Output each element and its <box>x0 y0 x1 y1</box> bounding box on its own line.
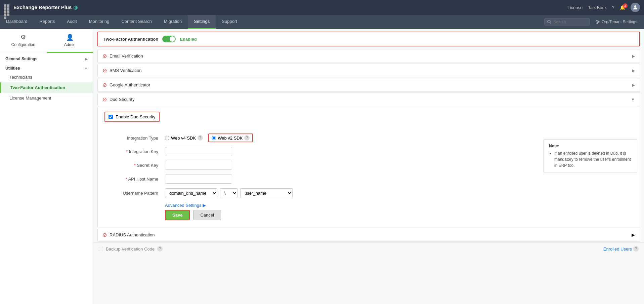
email-verification-row[interactable]: ⊘ Email Verification ▶ <box>97 49 640 63</box>
radius-left: ⊘ RADIUS Authentication <box>102 232 155 238</box>
api-host-row: API Host Name <box>104 175 407 184</box>
general-settings-label: General Settings <box>5 56 37 61</box>
general-settings-arrow: ▶ <box>85 57 88 61</box>
tfa-toggle[interactable] <box>162 36 176 42</box>
two-factor-label: Two-Factor Authentication <box>10 85 65 90</box>
sidebar-item-license[interactable]: License Management <box>0 93 93 103</box>
radius-expand-icon: ▶ <box>632 232 635 237</box>
secret-key-input[interactable] <box>165 161 232 170</box>
gear-icon: ⚙ <box>20 34 26 41</box>
sms-verification-row[interactable]: ⊘ SMS Verification ▶ <box>97 64 640 77</box>
sidebar-tab-configuration[interactable]: ⚙ Configuration <box>0 29 47 53</box>
user-avatar[interactable] <box>631 3 640 12</box>
web-v4-option[interactable]: Web v4 SDK ? <box>165 135 203 141</box>
svg-line-2 <box>550 23 551 24</box>
utilities-arrow: ▼ <box>84 67 88 70</box>
nav-migration[interactable]: Migration <box>158 15 188 29</box>
nav-content-search[interactable]: Content Search <box>115 15 158 29</box>
web-v4-radio[interactable] <box>165 136 169 140</box>
content-wrapper: Two-Factor Authentication Enabled ⊘ Emai… <box>93 32 644 255</box>
email-verification-label: Email Verification <box>110 53 143 59</box>
nav-audit[interactable]: Audit <box>61 15 83 29</box>
enable-duo-checkbox[interactable] <box>109 115 113 119</box>
integration-type-row: Integration Type Web v4 SDK ? Web v2 SD <box>104 134 407 142</box>
duo-security-row[interactable]: ⊘ Duo Security ▼ <box>97 92 640 106</box>
web-v2-help-icon[interactable]: ? <box>244 135 250 141</box>
sidebar-utilities-header[interactable]: Utilities ▼ <box>0 63 93 72</box>
web-v2-option[interactable]: Web v2 SDK <box>212 136 243 141</box>
bottom-bar: Backup Verification Code ? Enrolled User… <box>93 242 644 255</box>
backup-help-icon[interactable]: ? <box>157 246 163 252</box>
sms-verification-left: ⊘ SMS Verification <box>102 67 141 74</box>
tfa-header: Two-Factor Authentication Enabled <box>97 32 640 46</box>
api-host-input[interactable] <box>165 175 232 184</box>
org-tenant-settings-btn[interactable]: Org/Tenant Settings <box>593 18 640 26</box>
sidebar-item-technicians[interactable]: Technicians <box>0 72 93 82</box>
google-auth-row[interactable]: ⊘ Google Authenticator ▶ <box>97 78 640 92</box>
username-pattern-label: Username Pattern <box>104 191 158 196</box>
radius-no-icon: ⊘ <box>102 232 107 238</box>
cancel-button[interactable]: Cancel <box>193 210 221 220</box>
content-area: Two-Factor Authentication Enabled ⊘ Emai… <box>93 29 644 304</box>
talkback-link[interactable]: Talk Back <box>588 5 607 10</box>
web-v2-box: Web v2 SDK ? <box>208 134 253 142</box>
nav-settings[interactable]: Settings <box>188 15 216 29</box>
sidebar-tab-configuration-label: Configuration <box>11 42 35 47</box>
org-settings-label: Org/Tenant Settings <box>602 20 637 24</box>
tfa-header-label: Two-Factor Authentication <box>103 37 158 42</box>
license-link[interactable]: License <box>567 5 583 10</box>
separator-select[interactable]: \ / @ <box>220 188 238 198</box>
google-auth-left: ⊘ Google Authenticator <box>102 82 150 88</box>
nav-monitoring[interactable]: Monitoring <box>83 15 116 29</box>
integration-type-radios: Web v4 SDK ? Web v2 SDK ? <box>165 134 253 142</box>
top-bar: Exchange Reporter Plus ◑ License Talk Ba… <box>0 0 644 15</box>
nav-dashboard[interactable]: Dashboard <box>0 15 34 29</box>
svg-point-1 <box>548 20 550 23</box>
enable-duo-text: Enable Duo Security <box>116 114 156 119</box>
username-select[interactable]: user_name sam_account_name upn <box>240 188 293 198</box>
integration-key-row: Integration Key <box>104 147 407 156</box>
search-box[interactable] <box>544 18 590 26</box>
help-link[interactable]: ? <box>612 5 614 10</box>
radius-label: RADIUS Authentication <box>110 232 155 237</box>
nav-reports[interactable]: Reports <box>34 15 61 29</box>
web-v2-radio[interactable] <box>212 136 216 140</box>
enrolled-users-link[interactable]: Enrolled Users ? <box>603 246 639 252</box>
integration-type-label: Integration Type <box>104 136 158 141</box>
save-button[interactable]: Save <box>165 210 190 220</box>
technicians-label: Technicians <box>9 75 32 80</box>
sidebar-tabs: ⚙ Configuration 👤 Admin <box>0 29 93 53</box>
grid-icon[interactable] <box>4 4 10 10</box>
nav-support[interactable]: Support <box>216 15 243 29</box>
top-right-actions: License Talk Back ? 🔔 2 <box>567 3 640 12</box>
notification-bell[interactable]: 🔔 2 <box>620 5 625 10</box>
radius-row[interactable]: ⊘ RADIUS Authentication ▶ <box>97 228 640 242</box>
advanced-settings-wrapper: Advanced Settings ▶ <box>104 203 633 208</box>
note-title: Note: <box>549 144 632 148</box>
domain-select[interactable]: domain_dns_name domain_name sam_account_… <box>165 188 217 198</box>
enrolled-help-icon[interactable]: ? <box>633 246 639 252</box>
enrolled-users-label: Enrolled Users <box>603 246 632 252</box>
integration-key-input[interactable] <box>165 147 232 156</box>
enable-duo-wrapper: Enable Duo Security <box>104 112 633 127</box>
advanced-settings-link[interactable]: Advanced Settings ▶ <box>165 203 633 208</box>
nav-bar: Dashboard Reports Audit Monitoring Conte… <box>0 15 644 29</box>
sidebar-general-settings-header[interactable]: General Settings ▶ <box>0 53 93 63</box>
web-v4-help-icon[interactable]: ? <box>198 135 203 141</box>
sms-verification-label: SMS Verification <box>110 68 141 73</box>
google-expand-icon: ▶ <box>632 83 635 87</box>
web-v2-label: Web v2 SDK <box>218 136 243 141</box>
secret-key-row: Secret Key <box>104 161 407 170</box>
utilities-label: Utilities <box>5 66 20 71</box>
search-input[interactable] <box>553 20 587 24</box>
sms-expand-icon: ▶ <box>632 68 635 73</box>
backup-code-label: Backup Verification Code <box>106 246 155 252</box>
note-box: Note: If an enrolled user is deleted in … <box>543 139 637 173</box>
svg-point-3 <box>597 21 598 23</box>
sidebar-item-two-factor[interactable]: Two-Factor Authentication <box>0 82 93 93</box>
svg-point-0 <box>634 5 636 7</box>
sidebar-tab-admin[interactable]: 👤 Admin <box>47 29 93 53</box>
duo-security-label: Duo Security <box>110 97 134 102</box>
backup-code-checkbox[interactable] <box>99 247 103 251</box>
enable-duo-label[interactable]: Enable Duo Security <box>104 112 160 122</box>
